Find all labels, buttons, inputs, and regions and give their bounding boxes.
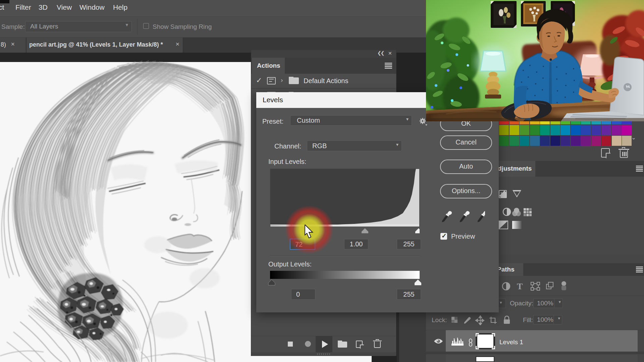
svg-text:T: T [517,282,523,291]
